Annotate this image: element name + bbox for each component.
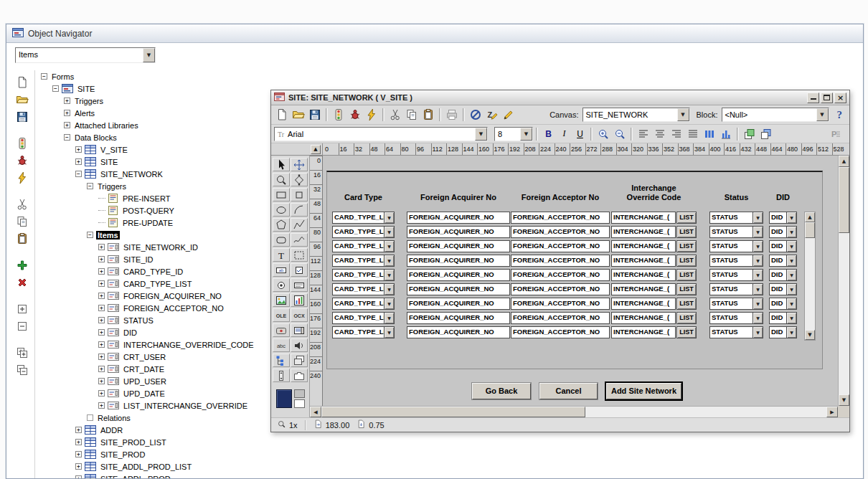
- chevron-down-icon[interactable]: ▼: [475, 128, 487, 141]
- tree-node-label[interactable]: FOREIGN_ACCEPTOR_NO: [122, 304, 225, 313]
- card-type-list-combo[interactable]: CARD_TYPE_LIS▼: [332, 226, 395, 238]
- print-icon[interactable]: [444, 108, 460, 122]
- cancel-button[interactable]: Cancel: [539, 383, 598, 399]
- expand-icon[interactable]: +: [75, 146, 82, 153]
- stacked-canvas-tool-icon[interactable]: [291, 354, 308, 367]
- list-item-tool-icon[interactable]: [291, 323, 308, 337]
- foreign-acceptor-no-field[interactable]: FOREIGN_ACCEPTOR_NO: [511, 212, 610, 224]
- tree-node-label[interactable]: CARD_TYPE_LIST: [122, 280, 193, 288]
- tree-node-site-network[interactable]: −SITE_NETWORK: [38, 168, 275, 180]
- tab-canvas-tool-icon[interactable]: [291, 369, 308, 382]
- create-icon[interactable]: [13, 257, 32, 273]
- scroll-down-icon[interactable]: ▼: [805, 330, 815, 340]
- status-combo[interactable]: STATUS▼: [709, 212, 763, 224]
- tree-node-label[interactable]: V_SITE: [99, 146, 129, 154]
- status-combo[interactable]: STATUS▼: [709, 240, 763, 252]
- hand-tool-icon[interactable]: [291, 158, 308, 171]
- chevron-down-icon[interactable]: ▼: [786, 270, 796, 280]
- new-document-icon[interactable]: [13, 75, 32, 90]
- expand-icon[interactable]: +: [75, 475, 82, 478]
- list-button[interactable]: LIST: [676, 298, 697, 310]
- chevron-down-icon[interactable]: ▼: [753, 212, 763, 223]
- tree-node-relations[interactable]: Relations: [38, 412, 275, 424]
- interchange-override-code-field[interactable]: INTERCHANGE_(: [611, 283, 676, 295]
- tree-node-label[interactable]: Forms: [50, 72, 75, 81]
- did-combo[interactable]: DID▼: [769, 312, 797, 324]
- chevron-down-icon[interactable]: ▼: [786, 298, 796, 309]
- push-button-tool-icon[interactable]: [273, 323, 290, 337]
- tree-node-site[interactable]: −SITE: [38, 82, 275, 95]
- did-combo[interactable]: DID▼: [769, 326, 797, 338]
- tree-node-label[interactable]: UPD_DATE: [122, 389, 166, 398]
- tree-node-card-type-list[interactable]: +CARD_TYPE_LIST: [38, 278, 275, 290]
- layout-editor-titlebar[interactable]: SITE: SITE_NETWORK ( V_SITE ) ×: [271, 90, 849, 105]
- tree-node-site-prod-list[interactable]: +SITE_PROD_LIST: [38, 436, 275, 448]
- debug-icon[interactable]: [347, 108, 363, 122]
- chevron-down-icon[interactable]: ▼: [753, 270, 763, 280]
- scrollbar-thumb[interactable]: [805, 222, 815, 238]
- card-type-list-combo[interactable]: CARD_TYPE_LIS▼: [332, 212, 395, 224]
- square-tool-icon[interactable]: [291, 188, 308, 201]
- chevron-down-icon[interactable]: ▼: [384, 313, 394, 323]
- expand-icon[interactable]: +: [98, 378, 105, 384]
- tree-node-label[interactable]: Items: [96, 231, 120, 240]
- tree-node-upd-date[interactable]: +UPD_DATE: [38, 387, 275, 399]
- align-justify-icon[interactable]: [685, 127, 701, 141]
- expand-icon[interactable]: +: [98, 268, 105, 275]
- tree-node-label[interactable]: UPD_USER: [122, 377, 168, 386]
- tree-node-upd-user[interactable]: +UPD_USER: [38, 375, 275, 387]
- text-color-well[interactable]: [294, 399, 305, 408]
- paste-icon[interactable]: [420, 108, 436, 122]
- tree-node-label[interactable]: SITE: [99, 158, 119, 166]
- collapse-icon[interactable]: −: [52, 85, 59, 92]
- foreign-acquirer-no-field[interactable]: FOREIGN_ACQUIRER_NO: [407, 240, 510, 252]
- expand-icon[interactable]: +: [64, 110, 70, 116]
- chevron-down-icon[interactable]: ▼: [753, 327, 763, 338]
- foreign-acquirer-no-field[interactable]: FOREIGN_ACQUIRER_NO: [407, 226, 510, 238]
- card-type-list-combo[interactable]: CARD_TYPE_LIS▼: [332, 312, 395, 324]
- chevron-down-icon[interactable]: ▼: [384, 212, 394, 223]
- tree-node-label[interactable]: Alerts: [73, 109, 96, 118]
- debug-icon[interactable]: [13, 153, 32, 169]
- did-combo[interactable]: DID▼: [769, 269, 797, 281]
- foreign-acquirer-no-field[interactable]: FOREIGN_ACQUIRER_NO: [407, 255, 510, 267]
- run-form-icon[interactable]: [331, 108, 346, 122]
- chevron-down-icon[interactable]: ▼: [753, 298, 763, 309]
- interchange-override-code-field[interactable]: INTERCHANGE_(: [611, 326, 676, 338]
- scrollbar-thumb[interactable]: [321, 407, 585, 417]
- expand-icon[interactable]: +: [98, 317, 105, 323]
- tree-node-pre-insert[interactable]: PRE-INSERT: [38, 192, 275, 204]
- foreign-acceptor-no-field[interactable]: FOREIGN_ACCEPTOR_NO: [511, 326, 610, 338]
- chevron-down-icon[interactable]: ▼: [786, 255, 796, 266]
- ruler-origin-icon[interactable]: ▲: [311, 145, 321, 154]
- chevron-down-icon[interactable]: ▼: [384, 227, 394, 237]
- tree-node-label[interactable]: Relations: [96, 414, 132, 422]
- expand-icon[interactable]: +: [98, 390, 105, 397]
- list-button[interactable]: LIST: [676, 283, 697, 295]
- list-button[interactable]: LIST: [676, 212, 697, 224]
- tree-node-list-interchange-override[interactable]: +LIST_INTERCHANGE_OVERRIDE: [38, 399, 275, 412]
- foreign-acceptor-no-field[interactable]: FOREIGN_ACCEPTOR_NO: [511, 255, 610, 267]
- status-combo[interactable]: STATUS▼: [709, 226, 763, 238]
- foreign-acceptor-no-field[interactable]: FOREIGN_ACCEPTOR_NO: [511, 312, 610, 324]
- line-color-well[interactable]: [294, 389, 305, 398]
- scrollbar-track[interactable]: [839, 233, 849, 394]
- tree-node-forms[interactable]: −Forms: [38, 70, 275, 82]
- tree-node-label[interactable]: SITE_NETWORK: [99, 170, 164, 179]
- collapse-icon[interactable]: −: [41, 73, 47, 80]
- collapse-icon[interactable]: [13, 318, 32, 334]
- delete-icon[interactable]: [13, 275, 32, 290]
- tree-node-site-id[interactable]: +SITE_ID: [38, 253, 275, 265]
- interchange-override-code-field[interactable]: INTERCHANGE_(: [611, 298, 676, 310]
- freehand-tool-icon[interactable]: [291, 233, 308, 247]
- chevron-down-icon[interactable]: ▼: [384, 270, 394, 280]
- image-item-tool-icon[interactable]: [273, 293, 290, 307]
- canvas-vertical-scrollbar[interactable]: ▲ ▼: [838, 156, 849, 406]
- collapse-icon[interactable]: −: [64, 134, 70, 141]
- card-type-list-combo[interactable]: CARD_TYPE_LIS▼: [332, 326, 395, 338]
- status-combo[interactable]: STATUS▼: [709, 326, 763, 338]
- block-select[interactable]: <Null> ▼: [722, 108, 829, 122]
- close-button[interactable]: ×: [834, 93, 846, 103]
- font-select[interactable]: TrArial ▼: [274, 127, 488, 141]
- check-box-tool-icon[interactable]: [291, 263, 308, 277]
